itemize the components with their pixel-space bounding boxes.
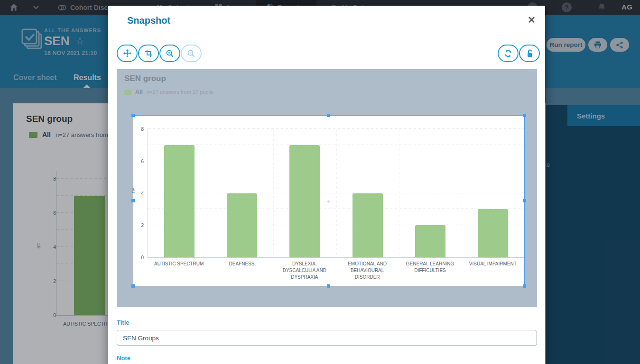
selection-handle-bottom-middle[interactable] [327,284,330,288]
gridline-8 [148,128,524,129]
bar-deafness [227,193,257,258]
selection-handle-bottom-left[interactable] [131,284,135,288]
bar-autistic-spectrum [164,145,195,257]
selection-handle-top-middle[interactable] [327,114,330,117]
unlock-icon [526,49,533,57]
selection-handle-middle-left[interactable] [131,199,135,202]
refresh-icon [504,50,512,57]
category-separator [211,129,211,257]
close-button[interactable]: ✕ [528,14,536,26]
zoom-out-button[interactable] [181,45,202,62]
category-separator [273,129,274,257]
selection-handle-bottom-right[interactable] [523,284,526,288]
y-tick-2: 2 [133,222,144,228]
screen: Cohort Discovery Cohorts Apps [0,0,640,364]
move-button[interactable] [117,45,138,62]
legend-name: All [135,89,143,95]
zoom-in-icon [166,50,174,57]
move-icon [123,49,131,57]
bar-general-learning-difficulties [415,225,445,257]
category-label-general-learning-difficulties: GENERAL LEARNING DIFFICULTIES [399,261,461,281]
zoom-in-button[interactable] [159,45,180,62]
category-label-autistic-spectrum: AUTISTIC SPECTRUM [148,261,210,281]
refresh-button[interactable] [498,45,519,62]
snapshot-preview: SEN group All n=27 answers from 27 pupil… [117,69,537,307]
category-axis: AUTISTIC SPECTRUMDEAFNESSDYSLEXIA, DYSCA… [148,261,524,281]
y-tick-0: 0 [133,255,144,260]
zoom-out-icon [187,50,195,57]
title-field-label: Title [117,319,130,326]
crop-icon [145,50,152,57]
selection-handle-top-left[interactable] [131,114,135,117]
bar-emotional-and-behavioural-disorder [352,193,383,258]
category-label-emotional-and-behavioural-disorder: EMOTIONAL AND BEHAVIOURAL DISORDER [336,261,399,281]
bar-dyslexia-dyscalculia-and-dyspraxia [289,145,320,257]
crop-button[interactable] [138,45,159,62]
modal-title: Snapshot [127,15,170,26]
crop-selection-box[interactable]: + n= 02468 AUTISTIC SPECTRUMDEAFNESSDYSL… [133,115,525,286]
y-tick-6: 6 [133,158,144,164]
legend-swatch [124,90,131,95]
category-separator [399,129,399,257]
preview-chart-title: SEN group [124,74,166,83]
title-input[interactable] [117,330,537,346]
snapshot-modal: Snapshot ✕ [108,6,545,364]
lock-button[interactable] [519,45,540,62]
category-separator [462,129,462,257]
category-separator [336,129,337,257]
close-icon: ✕ [528,15,536,25]
category-label-deafness: DEAFNESS [210,261,273,281]
preview-legend: All n=27 answers from 27 pupils [124,89,213,95]
category-label-visual-impairment: VISUAL IMPAIRMENT [462,261,524,281]
bar-plot [148,129,524,258]
bar-visual-impairment [478,209,508,257]
selection-handle-top-right[interactable] [523,114,526,117]
legend-note: n=27 answers from 27 pupils [147,89,213,95]
category-label-dyslexia-dyscalculia-and-dyspraxia: DYSLEXIA, DYSCALCULIA AND DYSPRAXIA [273,261,336,281]
note-field-label: Note [117,355,130,362]
y-tick-8: 8 [133,126,144,132]
y-tick-4: 4 [133,191,144,196]
